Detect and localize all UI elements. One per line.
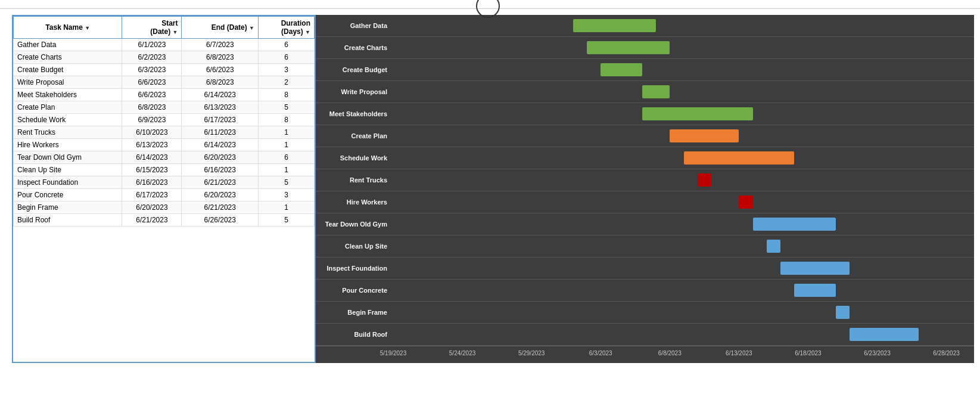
cell-start: 6/10/2023 — [122, 126, 182, 139]
table-row: Create Charts 6/2/2023 6/8/2023 6 — [14, 51, 315, 64]
col-start[interactable]: Start(Date) ▼ — [122, 17, 182, 39]
gantt-bar — [601, 63, 642, 76]
axis-date-label: 5/24/2023 — [449, 350, 476, 356]
cell-duration: 5 — [259, 176, 315, 189]
cell-task: Hire Workers — [14, 139, 122, 151]
gantt-bar-area — [393, 15, 974, 36]
gantt-bar — [642, 85, 670, 98]
gantt-bar-area — [393, 302, 974, 323]
table-row: Schedule Work 6/9/2023 6/17/2023 8 — [14, 114, 315, 126]
axis-date-label: 5/19/2023 — [380, 350, 407, 356]
gantt-bar-area — [393, 103, 974, 125]
header — [0, 0, 980, 9]
gantt-row-label: Clean Up Site — [316, 243, 393, 250]
cell-start: 6/1/2023 — [122, 39, 182, 51]
gantt-chart: Gather DataCreate ChartsCreate BudgetWri… — [316, 15, 974, 363]
cell-task: Schedule Work — [14, 114, 122, 126]
gantt-row: Build Roof — [316, 324, 974, 346]
gantt-bar-area — [393, 169, 974, 191]
cell-end: 6/7/2023 — [182, 39, 259, 51]
cell-start: 6/16/2023 — [122, 176, 182, 189]
cell-end: 6/11/2023 — [182, 126, 259, 139]
cell-duration: 6 — [259, 39, 315, 51]
gantt-bar-area — [393, 258, 974, 279]
gantt-row-label: Inspect Foundation — [316, 265, 393, 272]
gantt-bar — [753, 218, 836, 231]
gantt-bar-area — [393, 324, 974, 345]
gantt-bar — [739, 196, 752, 209]
gantt-row: Pour Concrete — [316, 280, 974, 302]
cell-end: 6/21/2023 — [182, 176, 259, 189]
cell-end: 6/13/2023 — [182, 101, 259, 114]
cell-task: Create Budget — [14, 64, 122, 76]
gantt-bar — [684, 151, 795, 165]
cell-end: 6/20/2023 — [182, 189, 259, 201]
cell-start: 6/6/2023 — [122, 76, 182, 89]
cell-start: 6/9/2023 — [122, 114, 182, 126]
gantt-row-label: Rent Trucks — [316, 176, 393, 184]
cell-task: Meet Stakeholders — [14, 89, 122, 101]
axis-date-label: 6/8/2023 — [658, 350, 682, 356]
cell-start: 6/3/2023 — [122, 64, 182, 76]
gantt-row: Meet Stakeholders — [316, 103, 974, 125]
gantt-bar — [642, 107, 753, 120]
gantt-bar-area — [393, 59, 974, 80]
gantt-row: Rent Trucks — [316, 169, 974, 191]
gantt-row: Create Plan — [316, 125, 974, 147]
cell-task: Inspect Foundation — [14, 176, 122, 189]
gantt-bar-area — [393, 235, 974, 257]
gantt-row-label: Build Roof — [316, 331, 393, 338]
gantt-row: Hire Workers — [316, 191, 974, 213]
cell-end: 6/8/2023 — [182, 51, 259, 64]
cell-duration: 5 — [259, 101, 315, 114]
cell-duration: 1 — [259, 164, 315, 176]
gantt-row: Clean Up Site — [316, 235, 974, 258]
col-task-name[interactable]: Task Name ▼ — [14, 17, 122, 39]
cell-duration: 8 — [259, 114, 315, 126]
gantt-row-label: Gather Data — [316, 22, 393, 29]
gantt-row-label: Create Charts — [316, 44, 393, 51]
axis-date-label: 5/29/2023 — [518, 350, 545, 356]
col-end[interactable]: End (Date) ▼ — [182, 17, 259, 39]
cell-start: 6/6/2023 — [122, 89, 182, 101]
cell-duration: 6 — [259, 51, 315, 64]
axis-date-label: 6/18/2023 — [795, 350, 822, 356]
gantt-row-label: Create Budget — [316, 66, 393, 73]
cell-task: Tear Down Old Gym — [14, 151, 122, 164]
axis-date-label: 6/3/2023 — [589, 350, 612, 356]
table-row: Begin Frame 6/20/2023 6/21/2023 1 — [14, 201, 315, 214]
table-row: Tear Down Old Gym 6/14/2023 6/20/2023 6 — [14, 151, 315, 164]
table-row: Write Proposal 6/6/2023 6/8/2023 2 — [14, 76, 315, 89]
gantt-axis: 5/19/20235/24/20235/29/20236/3/20236/8/2… — [316, 346, 974, 363]
axis-date-label: 6/23/2023 — [864, 350, 891, 356]
cell-task: Create Charts — [14, 51, 122, 64]
cell-duration: 3 — [259, 64, 315, 76]
gantt-bar — [850, 328, 919, 341]
cell-duration: 2 — [259, 76, 315, 89]
cell-start: 6/8/2023 — [122, 101, 182, 114]
cell-start: 6/20/2023 — [122, 201, 182, 214]
col-duration[interactable]: Duration(Days) ▼ — [259, 17, 315, 39]
cell-task: Create Plan — [14, 101, 122, 114]
cell-start: 6/14/2023 — [122, 151, 182, 164]
gantt-row-label: Write Proposal — [316, 88, 393, 95]
gantt-bar-area — [393, 191, 974, 213]
gantt-bar — [670, 129, 739, 142]
gantt-bar — [573, 19, 656, 32]
gantt-bar — [767, 240, 780, 253]
gantt-rows: Gather DataCreate ChartsCreate BudgetWri… — [316, 15, 974, 346]
table-row: Create Plan 6/8/2023 6/13/2023 5 — [14, 101, 315, 114]
cell-duration: 1 — [259, 139, 315, 151]
gantt-area: Gather DataCreate ChartsCreate BudgetWri… — [316, 15, 974, 363]
cell-task: Begin Frame — [14, 201, 122, 214]
gantt-row-label: Pour Concrete — [316, 287, 393, 294]
axis-date-label: 6/28/2023 — [933, 350, 960, 356]
axis-date-label: 6/13/2023 — [726, 350, 752, 356]
gantt-row-label: Meet Stakeholders — [316, 110, 393, 117]
cell-end: 6/20/2023 — [182, 151, 259, 164]
table-row: Meet Stakeholders 6/6/2023 6/14/2023 8 — [14, 89, 315, 101]
cell-task: Write Proposal — [14, 76, 122, 89]
cell-end: 6/6/2023 — [182, 64, 259, 76]
cell-start: 6/15/2023 — [122, 164, 182, 176]
cell-end: 6/14/2023 — [182, 139, 259, 151]
